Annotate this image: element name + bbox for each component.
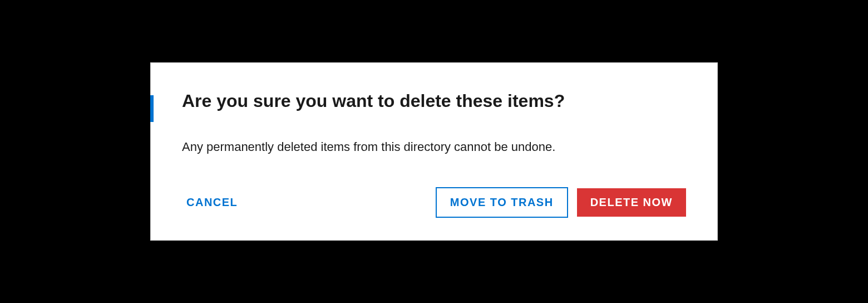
cancel-button[interactable]: Cancel — [182, 188, 242, 217]
dialog-panel: Are you sure you want to delete these it… — [150, 62, 718, 241]
accent-bar — [150, 95, 154, 122]
confirm-dialog: Are you sure you want to delete these it… — [150, 62, 718, 241]
move-to-trash-button[interactable]: Move to Trash — [436, 187, 568, 218]
dialog-body-text: Any permanently deleted items from this … — [182, 139, 686, 156]
dialog-actions: Cancel Move to Trash Delete Now — [182, 187, 686, 218]
delete-now-button[interactable]: Delete Now — [577, 188, 686, 217]
dialog-title: Are you sure you want to delete these it… — [182, 90, 686, 112]
